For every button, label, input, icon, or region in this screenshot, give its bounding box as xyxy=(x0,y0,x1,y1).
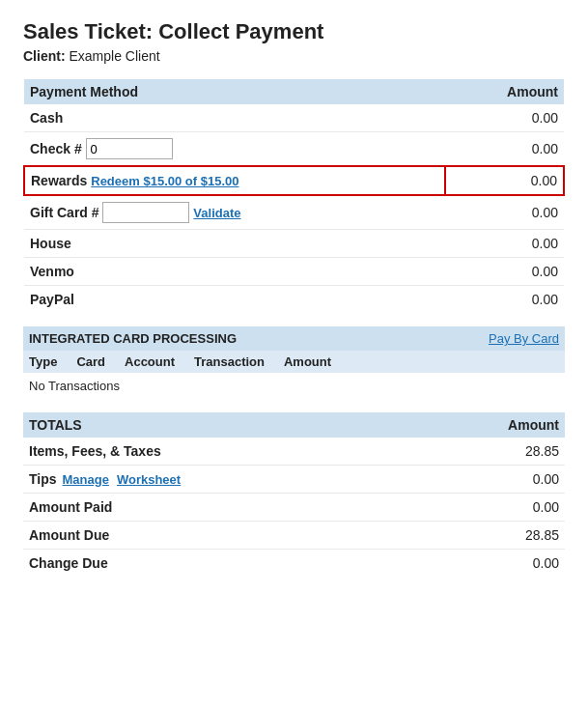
payment-link-giftcard[interactable]: Validate xyxy=(193,206,240,220)
totals-table: TOTALS Amount Items, Fees, & Taxes28.85T… xyxy=(23,412,565,577)
client-name: Example Client xyxy=(69,48,159,64)
payment-label-rewards: Rewards Redeem $15.00 of $15.00 xyxy=(24,166,445,195)
card-processing-table: INTEGRATED CARD PROCESSING Pay By Card T… xyxy=(23,326,565,399)
totals-row-tips: TipsManageWorksheet0.00 xyxy=(23,466,565,494)
totals-amount-tips: 0.00 xyxy=(414,466,565,494)
card-processing-header-row: INTEGRATED CARD PROCESSING Pay By Card xyxy=(23,326,565,351)
totals-label: TOTALS xyxy=(23,412,414,438)
no-transactions-row: No Transactions xyxy=(23,373,565,399)
payment-row-paypal: PayPal 0.00 xyxy=(24,286,564,314)
payment-label-check: Check # xyxy=(24,132,445,167)
payment-label-giftcard: Gift Card # Validate xyxy=(24,195,445,230)
client-line: Client: Example Client xyxy=(23,48,565,64)
payment-input-check[interactable] xyxy=(86,138,173,159)
totals-amount-amount-paid: 0.00 xyxy=(414,494,565,522)
totals-label-change-due: Change Due xyxy=(23,550,414,578)
tips-links: ManageWorksheet xyxy=(63,472,182,487)
payment-row-house: House 0.00 xyxy=(24,230,564,258)
card-subheader-account: Account xyxy=(125,354,175,369)
payment-amount-paypal: 0.00 xyxy=(445,286,564,314)
payment-table: Payment Method Amount Cash 0.00Check # 0… xyxy=(23,79,565,313)
payment-method-header: Payment Method xyxy=(24,79,445,104)
totals-amount-items-fees-taxes: 28.85 xyxy=(414,438,565,466)
payment-label-cash: Cash xyxy=(24,104,445,132)
totals-label-items-fees-taxes: Items, Fees, & Taxes xyxy=(23,438,414,466)
totals-label-tips: TipsManageWorksheet xyxy=(23,466,414,494)
payment-row-check: Check # 0.00 xyxy=(24,132,564,167)
pay-by-card-link[interactable]: Pay By Card xyxy=(489,331,559,346)
no-transactions-text: No Transactions xyxy=(23,373,565,399)
payment-amount-cash: 0.00 xyxy=(445,104,564,132)
tips-link-manage[interactable]: Manage xyxy=(63,472,109,487)
payment-amount-header: Amount xyxy=(445,79,564,104)
payment-label-house: House xyxy=(24,230,445,258)
payment-link-rewards[interactable]: Redeem $15.00 of $15.00 xyxy=(91,174,238,188)
payment-input-giftcard[interactable] xyxy=(102,202,189,223)
totals-row-items-fees-taxes: Items, Fees, & Taxes28.85 xyxy=(23,438,565,466)
payment-amount-check: 0.00 xyxy=(445,132,564,167)
payment-row-giftcard: Gift Card # Validate0.00 xyxy=(24,195,564,230)
payment-amount-house: 0.00 xyxy=(445,230,564,258)
card-sub-header-cell: TypeCardAccountTransactionAmount xyxy=(23,351,565,373)
totals-amount-change-due: 0.00 xyxy=(414,550,565,578)
payment-label-venmo: Venmo xyxy=(24,258,445,286)
payment-amount-venmo: 0.00 xyxy=(445,258,564,286)
payment-row-cash: Cash 0.00 xyxy=(24,104,564,132)
tips-link-worksheet[interactable]: Worksheet xyxy=(117,472,181,487)
payment-label-paypal: PayPal xyxy=(24,286,445,314)
payment-row-venmo: Venmo 0.00 xyxy=(24,258,564,286)
client-label: Client: xyxy=(23,48,66,64)
payment-row-rewards: Rewards Redeem $15.00 of $15.000.00 xyxy=(24,166,564,195)
card-processing-label: INTEGRATED CARD PROCESSING xyxy=(23,326,417,351)
totals-label-amount-paid: Amount Paid xyxy=(23,494,414,522)
totals-amount-header: Amount xyxy=(414,412,565,438)
totals-label-amount-due: Amount Due xyxy=(23,522,414,550)
card-sub-header-row: TypeCardAccountTransactionAmount xyxy=(23,351,565,373)
card-subheader-transaction: Transaction xyxy=(194,354,265,369)
payment-table-header: Payment Method Amount xyxy=(24,79,564,104)
payment-amount-rewards: 0.00 xyxy=(445,166,564,195)
totals-header-row: TOTALS Amount xyxy=(23,412,565,438)
totals-row-change-due: Change Due0.00 xyxy=(23,550,565,578)
totals-row-amount-paid: Amount Paid0.00 xyxy=(23,494,565,522)
card-subheader-amount: Amount xyxy=(284,354,331,369)
page-title: Sales Ticket: Collect Payment xyxy=(23,19,565,44)
pay-by-card-cell: Pay By Card xyxy=(417,326,565,351)
card-subheader-type: Type xyxy=(29,354,57,369)
totals-amount-amount-due: 28.85 xyxy=(414,522,565,550)
totals-row-amount-due: Amount Due28.85 xyxy=(23,522,565,550)
card-subheader-card: Card xyxy=(76,354,105,369)
payment-amount-giftcard: 0.00 xyxy=(445,195,564,230)
